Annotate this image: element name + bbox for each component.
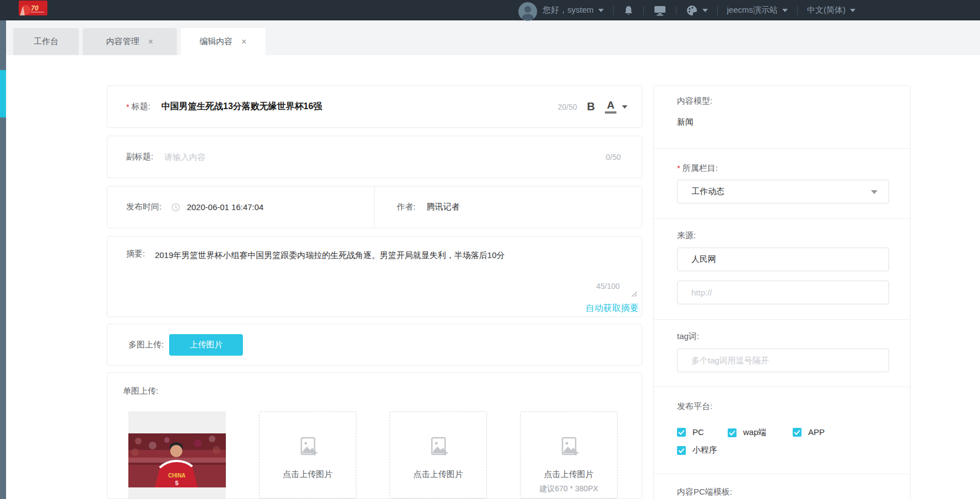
single-upload-label: 单图上传: [123,386,158,396]
clock-icon [171,203,180,212]
upload-hint-text: 点击上传图片 [390,469,486,480]
monitor-icon [653,5,667,16]
page-tabbar: 工作台 内容管理 × 编辑内容 × [6,20,980,55]
checkbox-checked-icon [793,428,802,437]
site-name: jeecms演示站 [727,5,778,15]
bell-icon [623,5,634,16]
notifications-button[interactable] [623,5,634,16]
site-preview-button[interactable] [653,5,667,16]
multi-upload-label: 多图上传: [128,340,164,350]
font-color-letter: A [607,100,615,110]
logo-image: 70 [19,1,47,15]
author-input[interactable]: 腾讯记者 [426,202,459,212]
checkbox-checked-icon [728,428,737,437]
summary-row: 摘要: 2019年男篮世界杯小组赛中国男篮跟委内瑞拉的生死战角逐。男篮开局就显失… [126,249,605,262]
svg-text:5: 5 [175,480,178,486]
navbar-divider [613,6,614,15]
font-color-bar [605,111,616,114]
uploaded-image-thumbnail[interactable]: CHINA 5 [128,411,226,498]
language-switcher[interactable]: 中文(简体) [807,5,856,15]
subtitle-label: 副标题: [126,152,153,162]
checkbox-app[interactable]: APP [793,427,825,437]
top-navbar: 70 您好，system [0,0,980,20]
tab-list: 工作台 内容管理 × 编辑内容 × [13,28,266,55]
checkbox-miniprogram[interactable]: 小程序 [677,445,717,455]
content-model-value: 新闻 [677,117,694,127]
theme-menu[interactable] [686,4,708,17]
checkbox-label: wap端 [743,427,767,438]
user-avatar[interactable] [518,2,537,21]
checkbox-pc[interactable]: PC [677,427,704,437]
subtitle-field-card: 副标题: 0/50 [107,136,642,178]
checkbox-label: PC [692,427,704,437]
subtitle-counter: 0/50 [606,153,621,162]
sidebar-scroll-indicator[interactable] [0,70,6,117]
chevron-down-icon [850,9,856,12]
summary-textarea[interactable]: 2019年男篮世界杯小组赛中国男篮跟委内瑞拉的生死战角逐。男篮开局就显失利，半场… [155,249,565,262]
tag-label: tag词: [677,331,699,342]
summary-field-card: 摘要: 2019年男篮世界杯小组赛中国男篮跟委内瑞拉的生死战角逐。男篮开局就显失… [107,236,642,317]
collapsed-sidebar-strip[interactable] [0,20,6,499]
upload-hint-text: 点击上传图片 [521,469,617,480]
color-dropdown-caret-icon[interactable] [622,105,627,109]
title-counter: 20/50 [558,103,577,111]
close-icon[interactable]: × [241,37,246,46]
source-url-input[interactable] [677,281,889,304]
title-label: 标题: [132,101,150,112]
summary-label: 摘要: [126,249,145,262]
upload-image-dropzone[interactable]: 点击上传图片 [259,411,356,498]
close-icon[interactable]: × [148,37,153,46]
upload-image-dropzone[interactable]: 点击上传图片 建议670 * 380PX [520,411,618,498]
settings-sidebar-card: 内容模型: 新闻 *所属栏目: 工作动态 来源: tag词: 发布平台: PC … [653,85,911,499]
title-input[interactable]: 中国男篮生死战13分落败无缘世界杯16强 [161,101,557,112]
content-model-label: 内容模型: [677,96,712,106]
tab-edit-content[interactable]: 编辑内容 × [181,28,266,55]
source-input[interactable] [677,248,889,271]
platform-label: 发布平台: [677,401,712,412]
navbar-right-group: 您好，system [518,0,856,20]
tab-label: 内容管理 [106,36,139,47]
upload-size-hint: 建议670 * 380PX [521,484,617,494]
checkbox-wap[interactable]: wap端 [728,427,767,438]
multi-image-upload-card: 多图上传: 上传图片 [107,324,642,366]
author-label: 作者: [397,202,415,212]
category-label: *所属栏目: [677,163,718,174]
single-image-upload-card: 单图上传: CHINA 5 [107,372,642,499]
publish-time-input[interactable]: 2020-06-01 16:47:04 [187,202,263,212]
publish-time-field: 发布时间: 2020-06-01 16:47:04 [107,186,374,228]
chevron-down-icon [782,9,788,12]
site-switcher[interactable]: jeecms演示站 [727,5,788,15]
checkbox-label: APP [808,427,825,437]
tab-label: 工作台 [34,36,58,47]
checkbox-label: 小程序 [692,445,717,455]
title-field-card: * 标题: 中国男篮生死战13分落败无缘世界杯16强 20/50 B A [107,85,642,128]
upload-images-button[interactable]: 上传图片 [169,334,243,356]
palette-icon [686,4,698,17]
navbar-divider [643,6,644,15]
navbar-divider [717,6,718,15]
image-plus-icon [428,436,449,457]
textarea-resize-handle[interactable] [631,289,637,299]
tab-workbench[interactable]: 工作台 [13,28,79,55]
user-menu[interactable]: 您好，system [543,5,604,15]
category-select[interactable]: 工作动态 [677,180,889,203]
basketball-player-photo: CHINA 5 [128,433,226,487]
source-label: 来源: [677,230,696,241]
site-logo[interactable]: 70 [19,1,47,15]
chevron-down-icon [598,9,604,12]
user-greeting: 您好，system [543,5,594,15]
subtitle-input[interactable] [164,152,606,162]
image-plus-icon [297,436,318,457]
bold-tool-button[interactable]: B [587,100,595,113]
auto-summary-link[interactable]: 自动获取摘要 [586,303,638,314]
tag-input[interactable] [677,348,889,372]
image-plus-icon [559,436,580,457]
svg-text:70: 70 [31,4,39,12]
summary-counter: 45/100 [596,282,620,291]
tab-content-management[interactable]: 内容管理 × [83,28,177,55]
upload-image-dropzone[interactable]: 点击上传图片 [389,411,487,498]
publish-info-card: 发布时间: 2020-06-01 16:47:04 作者: 腾讯记者 [107,186,642,228]
navbar-divider [797,6,798,15]
sidebar-divider [654,474,910,474]
font-color-tool-button[interactable]: A [605,100,616,114]
